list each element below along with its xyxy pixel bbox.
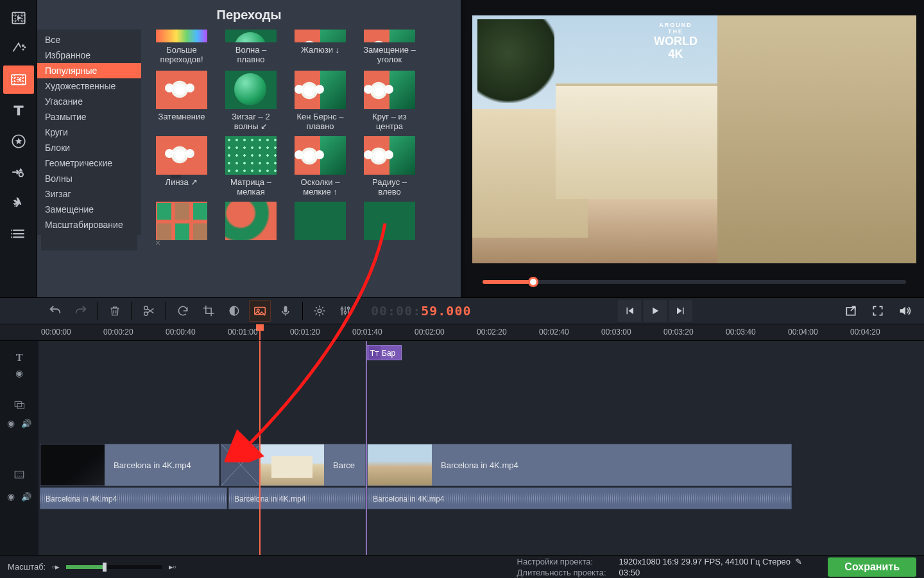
- category-item[interactable]: Круги: [37, 125, 141, 140]
- record-audio-button[interactable]: [275, 300, 296, 322]
- media-tool[interactable]: [3, 4, 34, 32]
- color-button[interactable]: [223, 300, 245, 322]
- transition-label: Радиус – влево: [361, 177, 418, 197]
- fullscreen-button[interactable]: [866, 300, 889, 322]
- transitions-tool[interactable]: [3, 66, 34, 94]
- crop-button[interactable]: [198, 300, 219, 322]
- audio-clip[interactable]: Barcelona in 4K.mp4: [40, 487, 227, 509]
- ruler-label: 00:02:40: [539, 328, 569, 337]
- category-item[interactable]: Популярные: [37, 63, 141, 78]
- playhead-line[interactable]: [259, 341, 261, 555]
- more-tool[interactable]: [3, 220, 34, 248]
- transition-item[interactable]: Замещение – уголок: [361, 30, 418, 66]
- watermark-4k: AROUND THEWORLD 4K: [653, 22, 698, 51]
- title-track-header[interactable]: T: [0, 350, 38, 365]
- transition-label: Кен Бернс – плавно: [291, 112, 349, 131]
- svg-point-19: [347, 307, 349, 309]
- zoom-in-icon[interactable]: ▸▫: [169, 562, 176, 572]
- audio-clip[interactable]: Barcelona in 4K.mp4: [228, 487, 366, 509]
- search-input[interactable]: [45, 238, 155, 249]
- split-button[interactable]: [138, 300, 160, 322]
- category-item[interactable]: Художественные: [37, 78, 141, 94]
- audio-clip[interactable]: Barcelona in 4K.mp4: [367, 487, 792, 509]
- transition-item[interactable]: Затемнение: [153, 71, 210, 131]
- category-list: ВсеИзбранноеПопулярныеХудожественныеУгас…: [37, 30, 141, 235]
- category-item[interactable]: Замещение: [37, 202, 141, 217]
- video-clip[interactable]: Barcelona in 4K.mp4: [40, 444, 219, 486]
- video-clip[interactable]: Barce: [259, 444, 366, 486]
- transition-clip[interactable]: [221, 444, 259, 486]
- volume-button[interactable]: [893, 300, 916, 322]
- search-bar: ×: [41, 235, 137, 250]
- video-track-header[interactable]: [0, 462, 38, 487]
- category-item[interactable]: Зигзаг: [37, 186, 141, 202]
- zoom-out-icon[interactable]: ▫▸: [52, 562, 60, 572]
- stickers-tool[interactable]: [3, 127, 34, 155]
- title-track-visibility[interactable]: ◉: [0, 367, 38, 380]
- transition-item[interactable]: [153, 202, 210, 262]
- play-button[interactable]: [644, 300, 667, 322]
- transition-item[interactable]: Волна – плавно: [222, 30, 280, 66]
- preview-pane: AROUND THEWORLD 4K: [461, 0, 924, 297]
- ruler-label: 00:00:20: [103, 328, 133, 337]
- transition-item[interactable]: [222, 202, 280, 262]
- next-frame-button[interactable]: [669, 300, 692, 322]
- transition-item[interactable]: [361, 202, 418, 262]
- transition-item[interactable]: Зигзаг – 2 волны ↙: [222, 71, 280, 131]
- category-item[interactable]: Масштабирование: [37, 217, 141, 232]
- equalizer-button[interactable]: [334, 300, 356, 322]
- preview-seek-bar[interactable]: [483, 280, 906, 284]
- prev-frame-button[interactable]: [618, 300, 641, 322]
- transition-icon: [221, 444, 259, 486]
- titles-tool[interactable]: [3, 96, 34, 125]
- save-button[interactable]: Сохранить: [828, 557, 916, 577]
- category-item[interactable]: Размытие: [37, 109, 141, 125]
- transition-item[interactable]: [291, 202, 349, 262]
- transition-item[interactable]: Жалюзи ↓: [291, 30, 349, 66]
- category-item[interactable]: Угасание: [37, 94, 141, 109]
- clip-properties-button[interactable]: [309, 300, 330, 322]
- timeline-ruler[interactable]: 00:00:0000:00:2000:00:4000:01:0000:01:20…: [0, 324, 924, 341]
- ruler-label: 00:04:00: [788, 328, 818, 337]
- overlay-track-controls[interactable]: ◉🔊: [0, 417, 38, 430]
- delete-button[interactable]: [104, 300, 126, 322]
- ruler-label: 00:03:20: [663, 328, 694, 337]
- transitions-panel: Переходы ВсеИзбранноеПопулярныеХудожеств…: [37, 0, 461, 297]
- transition-label: Волна – плавно: [222, 45, 280, 66]
- transition-item[interactable]: Больше переходов!: [153, 30, 210, 66]
- svg-point-1: [22, 49, 23, 49]
- transition-wizard-button[interactable]: [249, 300, 271, 322]
- transition-label: Зигзаг – 2 волны ↙: [222, 112, 280, 131]
- video-clip[interactable]: Barcelona in 4K.mp4: [367, 444, 792, 486]
- title-clip[interactable]: TᴛБар: [366, 345, 402, 360]
- preview-video[interactable]: AROUND THEWORLD 4K: [472, 15, 916, 263]
- category-item[interactable]: Избранное: [37, 48, 141, 63]
- transition-item[interactable]: Осколки – мелкие ↑: [291, 136, 349, 197]
- playhead-marker[interactable]: [259, 324, 261, 340]
- callouts-tool[interactable]: [3, 158, 34, 186]
- overlay-track-header[interactable]: [0, 395, 38, 414]
- category-item[interactable]: Все: [37, 32, 141, 48]
- video-track-controls[interactable]: ◉🔊: [0, 490, 38, 503]
- rotate-button[interactable]: [172, 300, 194, 322]
- zoom-slider[interactable]: [66, 565, 162, 569]
- transition-item[interactable]: Кен Бернс – плавно: [291, 71, 349, 131]
- transition-label: Линза ↗: [166, 177, 198, 197]
- popout-button[interactable]: [839, 300, 862, 322]
- transition-label: Матрица – мелкая: [222, 177, 280, 197]
- transition-label: Больше переходов!: [153, 45, 210, 66]
- timecode-display: 00:00:59.000: [371, 303, 472, 319]
- category-item[interactable]: Блоки: [37, 140, 141, 155]
- transition-item[interactable]: Линза ↗: [153, 136, 210, 197]
- category-item[interactable]: Волны: [37, 171, 141, 186]
- category-item[interactable]: Геометрические: [37, 155, 141, 171]
- svg-rect-20: [846, 308, 855, 315]
- transition-item[interactable]: Матрица – мелкая: [222, 136, 280, 197]
- edit-settings-button[interactable]: ✎: [795, 557, 802, 566]
- transition-item[interactable]: Радиус – влево: [361, 136, 418, 197]
- redo-button[interactable]: [70, 300, 92, 322]
- undo-button[interactable]: [44, 300, 66, 322]
- transition-item[interactable]: Круг – из центра: [361, 71, 418, 131]
- filters-tool[interactable]: [3, 35, 34, 63]
- animation-tool[interactable]: [3, 189, 34, 217]
